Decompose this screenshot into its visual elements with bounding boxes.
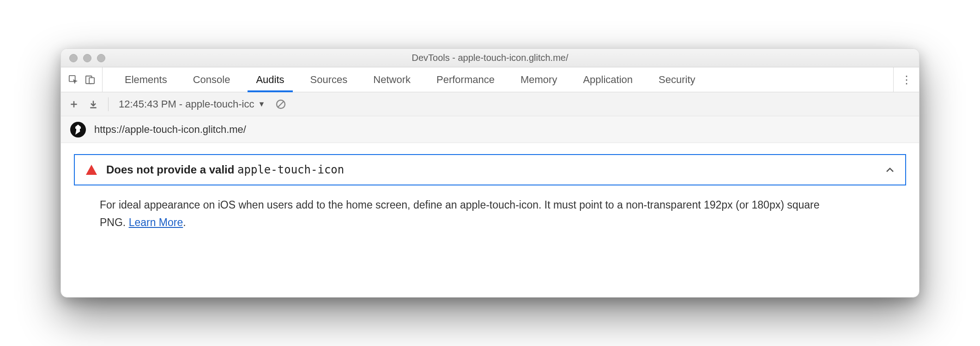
minimize-window-button[interactable] — [83, 54, 91, 62]
tab-network[interactable]: Network — [360, 67, 423, 92]
audit-title: Does not provide a valid apple-touch-ico… — [106, 163, 344, 176]
audit-content: Does not provide a valid apple-touch-ico… — [61, 143, 919, 232]
lighthouse-icon — [70, 122, 86, 137]
fail-triangle-icon — [86, 165, 97, 175]
collapse-icon — [886, 167, 894, 173]
tab-sources[interactable]: Sources — [297, 67, 361, 92]
kebab-icon: ⋮ — [901, 73, 912, 86]
tabs-container: Elements Console Audits Sources Network … — [103, 67, 893, 92]
window-controls — [61, 54, 105, 62]
titlebar: DevTools - apple-touch-icon.glitch.me/ — [61, 49, 919, 67]
toolbar-divider — [108, 97, 109, 111]
zoom-window-button[interactable] — [97, 54, 105, 62]
svg-rect-2 — [89, 78, 94, 84]
inspect-controls — [61, 67, 103, 92]
tab-audits[interactable]: Audits — [243, 67, 297, 92]
tab-console[interactable]: Console — [180, 67, 243, 92]
audit-item-header[interactable]: Does not provide a valid apple-touch-ico… — [74, 154, 906, 185]
report-dropdown[interactable]: 12:45:43 PM - apple-touch-icc ▼ — [119, 98, 265, 110]
audit-description-period: . — [183, 216, 186, 228]
audit-title-code: apple-touch-icon — [237, 163, 344, 176]
more-options-button[interactable]: ⋮ — [893, 67, 919, 92]
audit-title-prefix: Does not provide a valid — [106, 163, 237, 176]
audits-toolbar: 12:45:43 PM - apple-touch-icc ▼ — [61, 92, 919, 116]
tab-security[interactable]: Security — [646, 67, 708, 92]
audit-description: For ideal appearance on iOS when users a… — [74, 185, 859, 232]
download-report-button[interactable] — [89, 99, 98, 109]
learn-more-link[interactable]: Learn More — [129, 216, 183, 228]
tab-memory[interactable]: Memory — [508, 67, 570, 92]
svg-rect-4 — [76, 129, 80, 131]
audit-url-row: https://apple-touch-icon.glitch.me/ — [61, 116, 919, 143]
close-window-button[interactable] — [69, 54, 78, 62]
device-toggle-icon[interactable] — [85, 75, 95, 85]
devtools-tabstrip: Elements Console Audits Sources Network … — [61, 67, 919, 92]
clear-button[interactable] — [275, 99, 286, 110]
audited-url: https://apple-touch-icon.glitch.me/ — [94, 124, 246, 136]
window-title: DevTools - apple-touch-icon.glitch.me/ — [61, 53, 919, 63]
report-dropdown-label: 12:45:43 PM - apple-touch-icc — [119, 98, 254, 110]
new-audit-button[interactable] — [69, 100, 79, 109]
tab-application[interactable]: Application — [570, 67, 646, 92]
select-element-icon[interactable] — [68, 75, 79, 85]
tab-performance[interactable]: Performance — [423, 67, 508, 92]
devtools-window: DevTools - apple-touch-icon.glitch.me/ — [60, 48, 920, 298]
chevron-down-icon: ▼ — [258, 100, 266, 108]
audit-description-text: For ideal appearance on iOS when users a… — [100, 199, 820, 228]
tab-elements[interactable]: Elements — [112, 67, 180, 92]
